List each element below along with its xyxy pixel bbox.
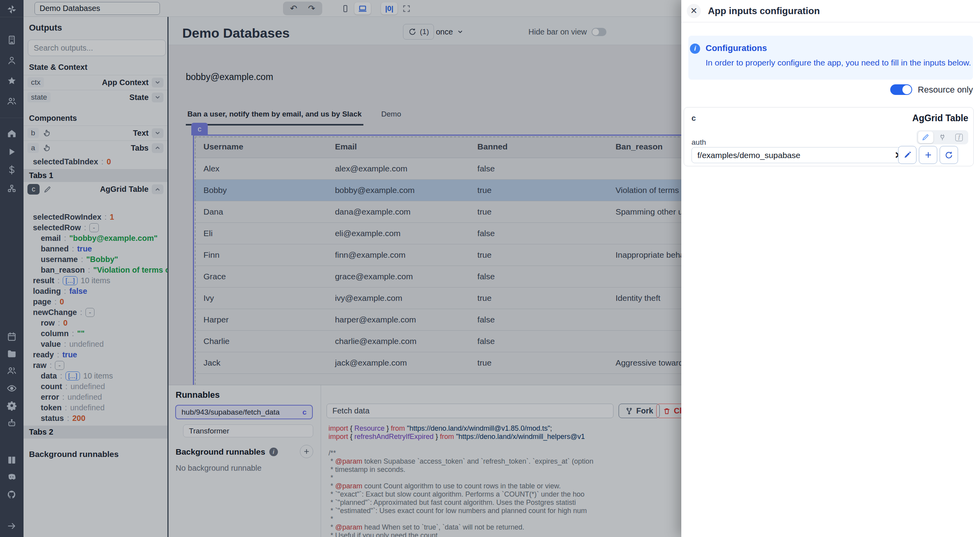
output-row-state[interactable]: state State [24, 90, 167, 104]
state-key: state [27, 92, 51, 102]
component-a-id: a [27, 143, 39, 153]
output-key: selectedRowIndex [33, 213, 102, 222]
user-icon[interactable] [5, 54, 18, 67]
app-title-heading: Demo Databases [182, 25, 290, 41]
tabs2-section-header[interactable]: Tabs 2 [24, 426, 167, 439]
output-value[interactable]: [...] [65, 371, 80, 380]
home-icon[interactable] [5, 127, 18, 140]
gear-icon[interactable] [5, 399, 18, 412]
outputs-search-input[interactable] [28, 40, 166, 56]
arrow-right-icon[interactable] [5, 520, 18, 532]
chevron-up-icon[interactable] [152, 184, 163, 194]
component-row-b[interactable]: b Text [24, 126, 167, 140]
output-value: false [69, 287, 87, 296]
fork-button[interactable]: Fork [619, 404, 660, 418]
plug-icon [938, 133, 946, 141]
eval-mode-button[interactable]: f [951, 131, 967, 143]
runnable-name-input[interactable] [327, 404, 613, 418]
star-icon[interactable] [5, 75, 18, 87]
calendar-icon[interactable] [5, 330, 18, 343]
hub-icon[interactable] [5, 183, 18, 195]
folder-icon[interactable] [5, 348, 18, 360]
components-header: Components [29, 114, 77, 123]
refresh-schedule-dropdown[interactable]: once [436, 24, 464, 40]
play-icon[interactable] [5, 146, 18, 158]
tab-ban-user[interactable]: Ban a user, notify them by email, and us… [186, 110, 363, 126]
refresh-resource-button[interactable] [940, 146, 958, 164]
column-header-username[interactable]: Username [194, 142, 325, 151]
table-cell: bobby@example.com [325, 186, 468, 195]
undo-button[interactable]: ↶ [285, 2, 302, 15]
output-row-ctx[interactable]: ctx App Context [24, 75, 167, 89]
dollar-icon[interactable] [5, 164, 18, 176]
table-cell: false [468, 164, 606, 173]
github-icon[interactable] [5, 488, 18, 501]
device-toggle-group [337, 2, 371, 15]
discord-icon[interactable] [5, 471, 18, 483]
runnable-item-transformer[interactable]: Transformer [183, 424, 313, 437]
output-tree-row: loading:false [24, 286, 167, 297]
redo-button[interactable]: ↷ [303, 2, 320, 15]
outputs-panel: Outputs State & Context ctx App Context … [24, 17, 167, 537]
close-icon[interactable]: ✕ [687, 4, 701, 18]
selected-component-badge[interactable]: c [191, 123, 208, 135]
output-value: 200 [72, 414, 85, 423]
edit-resource-button[interactable] [898, 146, 916, 164]
app-title-input[interactable] [34, 2, 160, 15]
output-value: undefined [70, 403, 105, 412]
output-value[interactable]: [...] [63, 276, 78, 285]
panel-resize-handle[interactable] [167, 17, 169, 537]
component-row-c[interactable]: c AgGrid Table [24, 182, 167, 197]
chevron-down-icon[interactable] [152, 78, 163, 87]
create-resource-button[interactable] [919, 146, 937, 164]
resource-only-toggle[interactable] [890, 84, 912, 95]
chevron-down-icon[interactable] [152, 128, 163, 138]
chevron-down-icon[interactable] [152, 93, 163, 102]
add-background-runnable-button[interactable] [300, 445, 313, 458]
windmill-app-editor: ↶ ↷ |0| Outputs State & Context ctx App … [0, 0, 980, 537]
tabs1-section-header[interactable]: Tabs 1 [24, 169, 167, 182]
resource-path-input[interactable] [692, 151, 889, 160]
column-header-banned[interactable]: Banned [468, 142, 606, 151]
output-tree-row: ban_reason:"Violation of terms of servic… [24, 265, 167, 275]
input-config-card: c AgGrid Table f auth ✕ [684, 107, 974, 166]
robot-icon[interactable] [5, 417, 18, 430]
resource-input-wrap: ✕ [691, 147, 908, 163]
desktop-preview-button[interactable] [354, 2, 371, 15]
hand-pointer-icon [43, 129, 51, 137]
chevron-up-icon[interactable] [152, 143, 163, 153]
windmill-logo-icon[interactable] [5, 3, 18, 16]
component-row-a[interactable]: a Tabs [24, 140, 167, 155]
connect-mode-button[interactable] [935, 131, 950, 143]
output-value: "Bobby" [86, 255, 118, 264]
output-value: true [77, 244, 92, 253]
table-cell: Finn [194, 250, 325, 260]
runnable-item-fetch-data[interactable]: hub/943/supabase/fetch_data c [175, 405, 313, 419]
output-key: username [41, 255, 78, 264]
table-cell: true [468, 358, 606, 368]
mobile-preview-button[interactable] [337, 2, 354, 15]
output-value[interactable]: - [85, 308, 95, 317]
output-value[interactable]: - [55, 361, 64, 370]
pencil-icon[interactable] [44, 186, 51, 193]
column-header-email[interactable]: Email [325, 142, 468, 151]
output-key: loading [33, 287, 61, 296]
state-type-label: State [129, 93, 149, 102]
output-value[interactable]: - [89, 223, 99, 232]
hide-bar-toggle[interactable] [592, 28, 606, 36]
center-canvas-button[interactable]: |0| [381, 2, 397, 15]
output-value: 1 [110, 213, 114, 222]
component-b-id: b [27, 128, 39, 138]
ctx-key: ctx [27, 77, 44, 87]
building-icon[interactable] [5, 34, 18, 46]
refresh-app-button[interactable]: (1) [403, 24, 434, 40]
user-group-icon[interactable] [5, 95, 18, 107]
book-icon[interactable] [5, 454, 18, 466]
tab-demo[interactable]: Demo [380, 110, 403, 126]
team-icon[interactable] [5, 364, 18, 377]
fullscreen-icon[interactable] [398, 2, 415, 15]
static-mode-button[interactable] [918, 131, 933, 143]
text-component[interactable]: bobby@example.com [186, 72, 273, 82]
eye-icon[interactable] [5, 382, 18, 395]
output-key: newChange [33, 308, 77, 317]
